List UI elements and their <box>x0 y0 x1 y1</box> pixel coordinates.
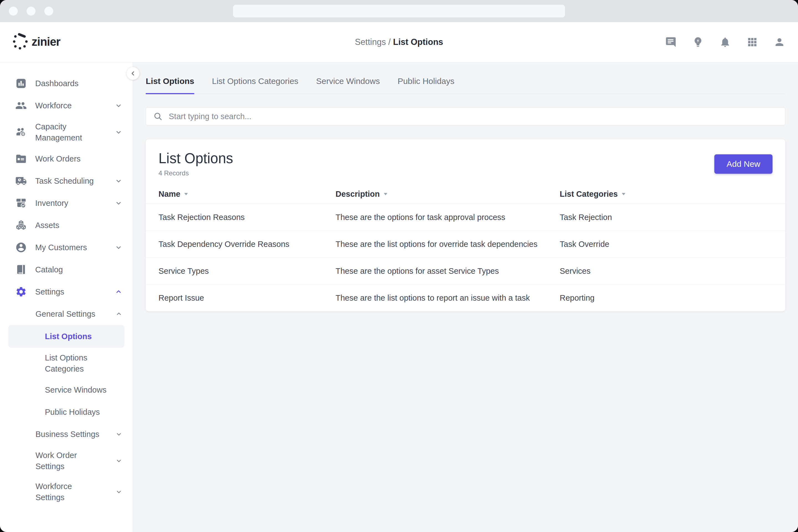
cell-description: These are the list options for override … <box>336 240 560 249</box>
app-header: zinier Settings / List Options <box>0 22 798 62</box>
sort-arrow-icon[interactable] <box>184 193 188 195</box>
logo-wordmark: zinier <box>32 35 60 49</box>
table-row[interactable]: Service Types These are the options for … <box>146 258 785 285</box>
column-header-description[interactable]: Description <box>336 190 560 199</box>
catalog-icon <box>15 264 27 276</box>
column-header-list-categories[interactable]: List Categories <box>560 190 785 199</box>
chevron-down-icon <box>114 128 123 136</box>
sidebar-item-label: General Settings <box>36 308 115 320</box>
sidebar-item-public-holidays[interactable]: Public Holidays <box>0 401 133 423</box>
cell-name: Report Issue <box>146 293 336 303</box>
sidebar-item-label: My Customers <box>35 242 114 253</box>
settings-gear-icon <box>15 286 27 298</box>
sidebar-item-label: Public Holidays <box>45 406 123 418</box>
card-title: List Options <box>158 150 233 167</box>
sidebar-item-list-options-categories[interactable]: List Options Categories <box>0 348 133 379</box>
chevron-down-icon <box>115 488 123 496</box>
cell-list-categories: Task Rejection <box>560 213 785 222</box>
chevron-up-icon <box>115 310 123 318</box>
sidebar-item-my-customers[interactable]: My Customers <box>0 236 133 259</box>
tab-label: Public Holidays <box>398 76 454 86</box>
sidebar-item-dashboards[interactable]: Dashboards <box>0 72 133 94</box>
sidebar-item-service-windows[interactable]: Service Windows <box>0 379 133 401</box>
chevron-down-icon <box>115 430 123 438</box>
sort-arrow-icon[interactable] <box>384 193 387 195</box>
search-input[interactable] <box>168 112 778 121</box>
sort-arrow-icon[interactable] <box>622 193 625 195</box>
chevron-down-icon <box>115 457 123 465</box>
chevron-down-icon <box>114 243 123 252</box>
sidebar-item-label: List Options <box>45 331 114 342</box>
app-logo[interactable]: zinier <box>13 33 60 51</box>
header-icon-group <box>665 22 785 62</box>
user-icon[interactable] <box>774 36 785 48</box>
sidebar-item-work-order-settings[interactable]: Work Order Settings <box>0 445 133 476</box>
column-header-name[interactable]: Name <box>146 190 336 199</box>
collapse-sidebar-button[interactable] <box>127 67 139 80</box>
sidebar-item-label: Work Order Settings <box>36 450 98 472</box>
sidebar-item-label: Inventory <box>35 197 114 209</box>
tab-label: List Options <box>146 76 194 86</box>
sidebar-item-general-settings[interactable]: General Settings <box>0 303 133 325</box>
grid-icon[interactable] <box>746 36 758 48</box>
chevron-down-icon <box>114 199 123 207</box>
column-label: Description <box>336 190 380 199</box>
add-new-button[interactable]: Add New <box>714 154 773 174</box>
sidebar-item-business-settings[interactable]: Business Settings <box>0 423 133 445</box>
sidebar-item-label: List Options Categories <box>45 352 111 374</box>
chevron-up-icon <box>114 288 123 296</box>
cell-name: Service Types <box>146 267 336 276</box>
card-header: List Options 4 Records Add New <box>146 139 785 184</box>
main-content: List Options List Options Categories Ser… <box>133 62 798 532</box>
tab-service-windows[interactable]: Service Windows <box>316 76 380 94</box>
cell-description: These are the options for task approval … <box>336 213 560 222</box>
comment-icon[interactable] <box>665 36 677 48</box>
table-row[interactable]: Report Issue These are the list options … <box>146 285 785 311</box>
table-row[interactable]: Task Dependency Override Reasons These a… <box>146 231 785 258</box>
sidebar-item-label: Service Windows <box>45 384 123 395</box>
breadcrumb-parent[interactable]: Settings / <box>355 37 393 47</box>
sidebar-item-capacity-management[interactable]: Capacity Management <box>0 117 133 148</box>
tab-list-options-categories[interactable]: List Options Categories <box>212 76 299 94</box>
sidebar-item-label: Catalog <box>35 264 123 275</box>
sidebar: Dashboards Workforce Capacity Management <box>0 62 133 532</box>
work-orders-icon <box>15 153 27 165</box>
table-row[interactable]: Task Rejection Reasons These are the opt… <box>146 204 785 231</box>
window-zoom-button[interactable] <box>44 7 53 16</box>
tab-list-options[interactable]: List Options <box>146 76 194 94</box>
sidebar-item-workforce-settings[interactable]: Workforce Settings <box>0 476 133 507</box>
tab-label: Service Windows <box>316 76 380 86</box>
cell-list-categories: Task Override <box>560 240 785 249</box>
list-options-card: List Options 4 Records Add New Name Desc… <box>146 139 785 311</box>
chevron-left-icon <box>129 70 137 77</box>
bell-icon[interactable] <box>719 36 731 48</box>
address-bar[interactable] <box>233 5 565 17</box>
sidebar-item-label: Task Scheduling <box>35 175 114 187</box>
sidebar-item-assets[interactable]: Assets <box>0 214 133 236</box>
window-minimize-button[interactable] <box>26 7 36 16</box>
sidebar-item-workforce[interactable]: Workforce <box>0 94 133 117</box>
sidebar-item-list-options[interactable]: List Options <box>8 325 125 348</box>
inventory-icon <box>15 197 27 209</box>
chevron-down-icon <box>114 177 123 185</box>
sidebar-item-label: Workforce Settings <box>36 481 98 503</box>
app-body: Dashboards Workforce Capacity Management <box>0 62 798 532</box>
sidebar-item-inventory[interactable]: Inventory <box>0 192 133 214</box>
sidebar-item-catalog[interactable]: Catalog <box>0 259 133 281</box>
search-icon <box>153 112 163 121</box>
sidebar-item-work-orders[interactable]: Work Orders <box>0 148 133 170</box>
cell-name: Task Rejection Reasons <box>146 213 336 222</box>
zinier-logo-icon <box>13 33 28 51</box>
tab-bar: List Options List Options Categories Ser… <box>146 62 785 94</box>
tab-public-holidays[interactable]: Public Holidays <box>398 76 454 94</box>
sidebar-item-settings[interactable]: Settings <box>0 281 133 303</box>
chevron-down-icon <box>114 101 123 110</box>
cell-description: These are the list options to report an … <box>336 293 560 303</box>
lightbulb-icon[interactable] <box>692 36 704 48</box>
capacity-management-icon <box>15 126 27 138</box>
search-bar[interactable] <box>146 107 785 126</box>
cell-name: Task Dependency Override Reasons <box>146 240 336 249</box>
window-close-button[interactable] <box>9 7 18 16</box>
sidebar-item-task-scheduling[interactable]: Task Scheduling <box>0 170 133 192</box>
sidebar-item-label: Work Orders <box>35 153 123 164</box>
